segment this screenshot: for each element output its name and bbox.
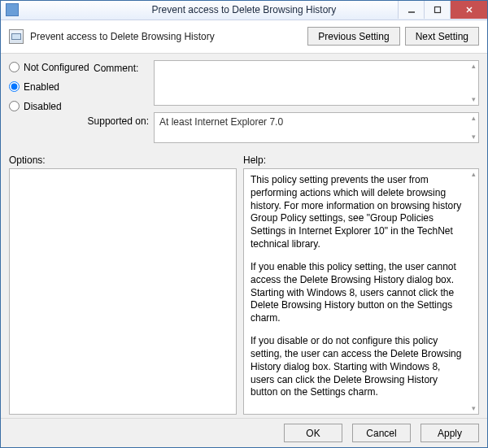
help-paragraph: If you disable or do not configure this …: [251, 335, 465, 399]
radio-not-configured-input[interactable]: [9, 62, 20, 72]
options-box[interactable]: [9, 168, 237, 415]
supported-on-box: At least Internet Explorer 7.0 ▴ ▾: [154, 112, 479, 143]
scroll-up-icon: ▴: [470, 63, 477, 70]
svg-rect-1: [434, 7, 440, 13]
options-panel: Options:: [9, 154, 237, 415]
scroll-down-icon: ▾: [470, 96, 477, 103]
help-paragraph: If you enable this policy setting, the u…: [251, 261, 465, 325]
comment-label: Comment:: [94, 60, 154, 106]
scroll-up-icon: ▴: [470, 171, 477, 178]
lower-pane: Options: Help: This policy setting preve…: [1, 150, 487, 418]
supported-label: Supported on:: [9, 109, 154, 143]
help-panel: Help: This policy setting prevents the u…: [243, 154, 479, 415]
header-row: Prevent access to Delete Browsing Histor…: [1, 20, 487, 54]
app-icon: [6, 3, 19, 16]
ok-button[interactable]: OK: [284, 424, 342, 442]
apply-button[interactable]: Apply: [420, 424, 479, 442]
previous-setting-button[interactable]: Previous Setting: [307, 27, 399, 46]
gpo-editor-window: Prevent access to Delete Browsing Histor…: [0, 0, 488, 448]
upper-pane: Not Configured Enabled Disabled Comment:…: [1, 54, 487, 150]
radio-not-configured[interactable]: Not Configured: [9, 62, 94, 73]
policy-icon: [9, 29, 24, 44]
help-scrollbar[interactable]: ▴ ▾: [468, 169, 478, 414]
minimize-button[interactable]: [398, 1, 424, 19]
help-paragraph: This policy setting prevents the user fr…: [251, 174, 465, 251]
titlebar[interactable]: Prevent access to Delete Browsing Histor…: [1, 1, 487, 20]
radio-not-configured-label: Not Configured: [24, 62, 89, 73]
scroll-down-icon: ▾: [470, 133, 477, 141]
scroll-up-icon: ▴: [470, 115, 477, 122]
maximize-button[interactable]: [424, 1, 450, 19]
supported-on-value: At least Internet Explorer 7.0: [155, 113, 478, 131]
window-controls: [398, 1, 487, 19]
minimize-icon: [407, 6, 416, 14]
close-icon: [465, 6, 473, 14]
radio-enabled-input[interactable]: [9, 81, 20, 92]
help-text: This policy setting prevents the user fr…: [244, 169, 478, 414]
scroll-down-icon: ▾: [470, 405, 477, 412]
comment-textarea[interactable]: ▴ ▾: [154, 60, 479, 106]
radio-enabled-label: Enabled: [24, 81, 59, 93]
radio-enabled[interactable]: Enabled: [9, 81, 94, 93]
help-box[interactable]: This policy setting prevents the user fr…: [243, 168, 479, 415]
close-button[interactable]: [450, 1, 487, 19]
supported-scrollbar[interactable]: ▴ ▾: [468, 113, 478, 142]
comment-scrollbar[interactable]: ▴ ▾: [468, 61, 478, 105]
cancel-button[interactable]: Cancel: [352, 424, 411, 442]
footer: OK Cancel Apply: [1, 418, 487, 447]
maximize-icon: [434, 6, 442, 14]
options-label: Options:: [9, 154, 237, 168]
help-label: Help:: [243, 154, 479, 168]
next-setting-button[interactable]: Next Setting: [405, 27, 479, 46]
policy-title: Prevent access to Delete Browsing Histor…: [30, 31, 215, 42]
